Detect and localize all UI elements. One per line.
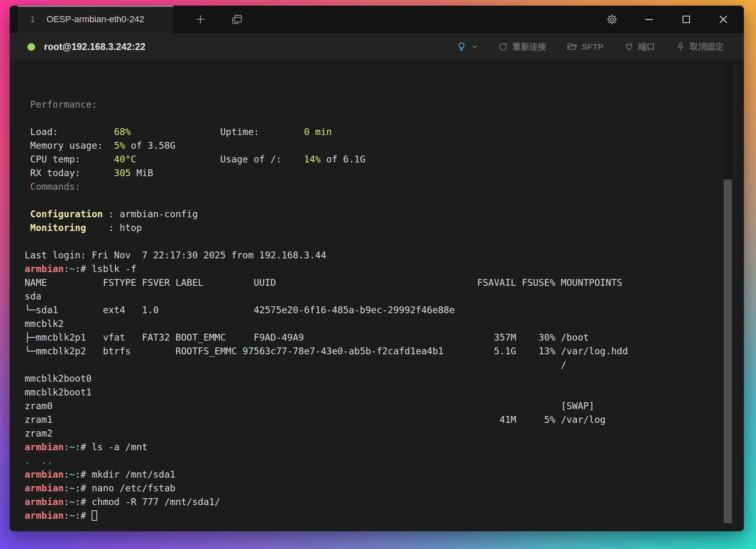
terminal-screen[interactable]: Performance: Load: 68% Uptime: 0 min Mem…	[10, 60, 744, 531]
terminal-line: mmcblk2boot1	[25, 385, 628, 399]
terminal-line: Configuration : armbian-config	[25, 207, 628, 221]
refresh-icon	[498, 42, 508, 52]
terminal-text-segment: ~	[69, 497, 75, 507]
maximize-button[interactable]	[677, 10, 695, 29]
terminal-line: zram2	[25, 426, 628, 440]
terminal-text-segment: FAT32 BOOT_EMMC	[142, 332, 226, 343]
terminal-text-segment: Last login: Fri Nov 7 22:17:30 2025 from…	[25, 250, 326, 260]
terminal-text-segment: 14%	[304, 154, 321, 164]
terminal-cursor	[92, 510, 97, 521]
terminal-text-segment: zram2	[25, 428, 52, 439]
terminal-text-segment: armbian	[25, 264, 64, 274]
terminal-line	[25, 84, 628, 98]
terminal-line	[25, 70, 628, 84]
terminal-text-segment: 13% /var/log.hdd	[539, 346, 628, 356]
reconnect-button[interactable]: 重新连接	[498, 41, 546, 52]
terminal-text-segment	[80, 168, 114, 178]
terminal-text-segment: :#	[75, 469, 92, 480]
terminal-text-segment: of 3.58G	[125, 140, 175, 151]
terminal-text-segment	[259, 127, 304, 137]
settings-button[interactable]	[603, 10, 621, 29]
close-icon	[717, 13, 729, 25]
terminal-text-segment: ├─mmcblk2p1	[25, 332, 86, 343]
gear-icon	[606, 13, 618, 26]
terminal-text-segment: ~	[69, 510, 75, 521]
terminal-text-segment	[30, 455, 42, 466]
terminal-text-segment: └─sda1	[25, 305, 58, 315]
terminal-text-segment: of 6.1G	[321, 154, 365, 164]
terminal-text-segment	[237, 346, 242, 356]
terminal-line: Monitoring : htop	[25, 221, 628, 235]
unpin-button[interactable]: 取消固定	[675, 41, 724, 52]
terminal-text-segment: 5%	[544, 414, 556, 425]
terminal-line: mmcblk2	[25, 317, 628, 331]
terminal-text-segment: armbian	[25, 510, 64, 521]
terminal-text-segment: ~	[69, 469, 75, 480]
terminal-text-segment: : armbian-config	[103, 209, 198, 219]
connection-address: root@192.168.3.242:22	[44, 42, 146, 52]
terminal-line: armbian:~:# chmod -R 777 /mnt/sda1/	[25, 495, 628, 509]
terminal-text-segment	[282, 154, 304, 164]
terminal-line: Performance:	[25, 98, 628, 111]
terminal-text-segment	[131, 346, 175, 356]
chevron-down-icon[interactable]	[472, 45, 478, 49]
terminal-text-segment: ext4	[103, 305, 125, 315]
minimize-button[interactable]	[640, 10, 658, 29]
pin-icon	[675, 42, 686, 52]
terminal-text-segment: 1.0	[142, 305, 159, 315]
port-button[interactable]: 端口	[624, 41, 655, 52]
tab-list-button[interactable]	[228, 10, 246, 29]
terminal-text-segment: └─mmcblk2p2	[25, 346, 86, 356]
port-label: 端口	[638, 41, 655, 52]
terminal-text-segment	[203, 277, 254, 288]
terminal-text-segment	[516, 346, 539, 356]
terminal-line	[25, 235, 628, 248]
sftp-button[interactable]: SFTP	[566, 41, 604, 52]
terminal-text-segment	[276, 277, 477, 288]
lightbulb-icon	[456, 41, 467, 52]
suggestions-button[interactable]	[456, 41, 478, 52]
terminal-text-segment: RX today:	[25, 168, 80, 178]
close-button[interactable]	[714, 10, 733, 29]
terminal-text-segment: 5%	[114, 140, 125, 151]
terminal-text-segment: mkdir /mnt/sda1	[92, 469, 175, 480]
terminal-text-segment: :#	[75, 264, 92, 274]
terminal-text-segment	[52, 401, 561, 411]
terminal-text-segment: 40°C	[114, 154, 136, 164]
terminal-text-segment: :	[64, 483, 69, 493]
terminal-text-segment	[304, 332, 494, 343]
terminal-text-segment: :	[64, 264, 69, 274]
terminal-text-segment	[131, 127, 220, 137]
terminal-text-segment	[47, 277, 102, 288]
terminal-line: armbian:~:# mkdir /mnt/sda1	[25, 468, 628, 481]
session-tab[interactable]: 1 OESP-armbian-eth0-242	[17, 6, 173, 33]
terminal-text-segment: lsblk -f	[92, 264, 136, 274]
terminal-text-segment: mmcblk2boot0	[25, 373, 92, 384]
plus-icon	[194, 13, 207, 25]
terminal-text-segment: mmcblk2	[25, 318, 64, 329]
terminal-text-segment: 68%	[114, 127, 131, 137]
terminal-text-segment	[125, 305, 142, 315]
scrollbar-thumb[interactable]	[724, 179, 732, 523]
terminal-text-segment: Performance:	[25, 99, 97, 110]
terminal-text-segment: :	[64, 469, 69, 480]
terminal-text-segment: :#	[75, 510, 92, 521]
connection-bar: root@192.168.3.242:22	[10, 33, 744, 60]
terminal-text-segment: 305	[114, 168, 131, 178]
terminal-text-segment: sda	[25, 291, 42, 302]
terminal-text-segment: CPU temp:	[25, 154, 80, 164]
terminal-text-segment: Configuration	[25, 209, 103, 219]
terminal-line: Last login: Fri Nov 7 22:17:30 2025 from…	[25, 248, 628, 262]
terminal-text-segment: :	[64, 442, 69, 452]
terminal-text-segment	[52, 414, 499, 425]
tab-title: OESP-armbian-eth0-242	[46, 14, 144, 25]
terminal-text-segment: btrfs	[103, 346, 131, 356]
terminal-text-segment: armbian	[25, 469, 64, 480]
terminal-text-segment	[516, 414, 544, 425]
new-tab-button[interactable]	[191, 10, 210, 29]
terminal-text-segment: MiB	[131, 168, 153, 178]
terminal-text-segment: 5.1G	[494, 346, 516, 356]
terminal-line: zram0 [SWAP]	[25, 399, 628, 413]
terminal-line: armbian:~:# ls -a /mnt	[25, 440, 628, 454]
terminal-text-segment: [SWAP]	[561, 401, 594, 411]
